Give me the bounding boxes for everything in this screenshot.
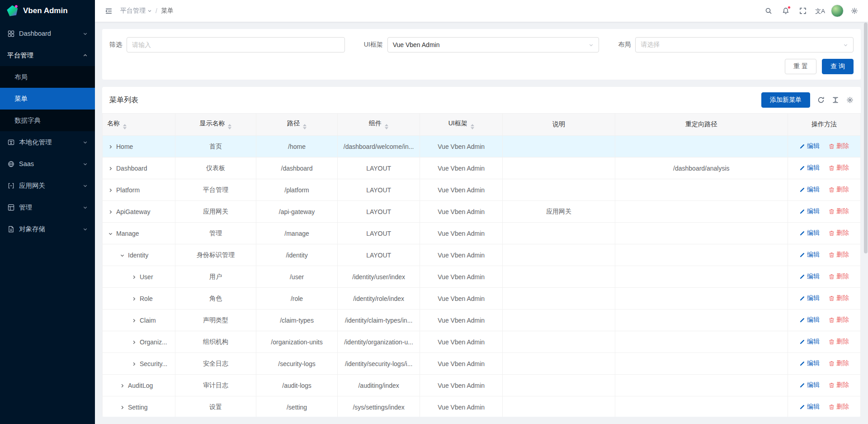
edit-button[interactable]: 编辑 <box>799 272 820 281</box>
chevron-down-icon <box>83 31 88 36</box>
table-row[interactable]: Manage 管理 /manage LAYOUT Vue Vben Admin … <box>103 223 861 244</box>
edit-button[interactable]: 编辑 <box>799 316 820 324</box>
column-header[interactable]: 组件 <box>338 114 420 136</box>
expand-chevron-icon[interactable] <box>132 340 137 345</box>
vertical-scrollbar[interactable] <box>864 23 868 423</box>
sidebar-item-gateway[interactable]: 应用网关 <box>0 175 95 196</box>
delete-button[interactable]: 删除 <box>829 359 849 367</box>
menu-fold-icon[interactable] <box>101 4 116 18</box>
reset-button[interactable]: 重 置 <box>785 59 816 74</box>
trash-icon <box>829 209 835 214</box>
sidebar-subitem-0[interactable]: 布局 <box>0 66 95 88</box>
delete-button[interactable]: 删除 <box>829 381 849 389</box>
layout-select[interactable]: 请选择 <box>635 37 854 52</box>
expand-chevron-icon[interactable] <box>120 383 125 388</box>
column-header[interactable]: 路径 <box>256 114 338 136</box>
column-header[interactable]: UI框架 <box>420 114 503 136</box>
sidebar-subitem-2[interactable]: 数据字典 <box>0 110 95 131</box>
delete-button[interactable]: 删除 <box>829 142 849 150</box>
edit-button[interactable]: 编辑 <box>799 207 820 215</box>
delete-button[interactable]: 删除 <box>829 186 849 194</box>
column-header[interactable]: 名称 <box>103 114 175 136</box>
expand-chevron-icon[interactable] <box>132 296 137 301</box>
table-row[interactable]: Setting 设置 /setting /sys/settings/index … <box>103 396 861 417</box>
table-row[interactable]: Identity 身份标识管理 /identity LAYOUT Vue Vbe… <box>103 244 861 266</box>
delete-button[interactable]: 删除 <box>829 294 849 302</box>
delete-button[interactable]: 删除 <box>829 164 849 172</box>
edit-button[interactable]: 编辑 <box>799 403 820 411</box>
column-settings-icon[interactable] <box>846 96 854 104</box>
sidebar-item-saas[interactable]: Saas <box>0 153 95 175</box>
table-row[interactable]: Dashboard 仪表板 /dashboard LAYOUT Vue Vben… <box>103 157 861 179</box>
breadcrumb-item-platform[interactable]: 平台管理 <box>120 7 152 15</box>
expand-chevron-icon[interactable] <box>132 318 137 323</box>
edit-button[interactable]: 编辑 <box>799 359 820 367</box>
table-row[interactable]: Claim 声明类型 /claim-types /identity/claim-… <box>103 310 861 331</box>
edit-button[interactable]: 编辑 <box>799 338 820 346</box>
refresh-icon[interactable] <box>817 96 825 104</box>
sidebar-subitem-1[interactable]: 菜单 <box>0 88 95 110</box>
add-menu-button[interactable]: 添加新菜单 <box>761 92 810 108</box>
expand-chevron-icon[interactable] <box>108 188 113 193</box>
table-row[interactable]: Organiz... 组织机构 /organization-units /ide… <box>103 331 861 353</box>
edit-button[interactable]: 编辑 <box>799 142 820 150</box>
column-header[interactable]: 显示名称 <box>175 114 256 136</box>
name-cell: Home <box>103 136 175 157</box>
path-cell: /security-logs <box>256 353 338 375</box>
sort-icon[interactable] <box>123 124 127 129</box>
edit-button[interactable]: 编辑 <box>799 186 820 194</box>
delete-button[interactable]: 删除 <box>829 229 849 237</box>
sidebar-item-dashboard[interactable]: Dashboard <box>0 23 95 44</box>
sidebar-item-storage[interactable]: 对象存储 <box>0 218 95 240</box>
delete-button[interactable]: 删除 <box>829 272 849 281</box>
expand-chevron-icon[interactable] <box>132 362 137 367</box>
expand-chevron-icon[interactable] <box>108 231 113 236</box>
delete-button[interactable]: 删除 <box>829 251 849 259</box>
table-row[interactable]: Role 角色 /role /identity/role/index Vue V… <box>103 288 861 310</box>
expand-chevron-icon[interactable] <box>108 144 113 149</box>
table-row[interactable]: Security... 安全日志 /security-logs /identit… <box>103 353 861 375</box>
table-row[interactable]: Home 首页 /home /dashboard/welcome/in... V… <box>103 136 861 157</box>
delete-button[interactable]: 删除 <box>829 316 849 324</box>
sort-icon[interactable] <box>303 124 307 129</box>
expand-chevron-icon[interactable] <box>120 253 125 258</box>
expand-chevron-icon[interactable] <box>108 210 113 214</box>
sidebar-item-platform[interactable]: 平台管理 <box>0 44 95 66</box>
edit-button[interactable]: 编辑 <box>799 381 820 389</box>
edit-button[interactable]: 编辑 <box>799 251 820 259</box>
filter-input[interactable] <box>127 37 345 52</box>
fullscreen-icon[interactable] <box>796 4 810 18</box>
row-height-icon[interactable] <box>832 96 839 104</box>
top-header: 平台管理 / 菜单 文A <box>95 0 868 22</box>
sort-icon[interactable] <box>228 124 231 129</box>
avatar[interactable] <box>830 4 844 18</box>
translate-icon[interactable]: 文A <box>813 4 827 18</box>
query-button[interactable]: 查 询 <box>822 59 854 74</box>
expand-chevron-icon[interactable] <box>108 166 113 171</box>
expand-chevron-icon[interactable] <box>132 275 137 280</box>
table-row[interactable]: ApiGateway 应用网关 /api-gateway LAYOUT Vue … <box>103 201 861 223</box>
expand-chevron-icon[interactable] <box>120 405 125 410</box>
ui-framework-select[interactable]: Vue Vben Admin <box>387 37 599 52</box>
sort-icon[interactable] <box>471 124 474 129</box>
table-row[interactable]: Platform 平台管理 /platform LAYOUT Vue Vben … <box>103 179 861 201</box>
settings-gear-icon[interactable] <box>847 4 862 18</box>
sidebar-item-localization[interactable]: 本地化管理 <box>0 131 95 153</box>
sidebar-item-manage[interactable]: 管理 <box>0 196 95 218</box>
delete-button[interactable]: 删除 <box>829 403 849 411</box>
edit-button[interactable]: 编辑 <box>799 294 820 302</box>
table-row[interactable]: AuditLog 审计日志 /audit-logs /auditing/inde… <box>103 375 861 396</box>
description-cell <box>503 136 615 157</box>
scrollbar-thumb[interactable] <box>864 23 868 253</box>
edit-button[interactable]: 编辑 <box>799 229 820 237</box>
delete-button[interactable]: 删除 <box>829 338 849 346</box>
edit-button[interactable]: 编辑 <box>799 164 820 172</box>
notification-icon[interactable] <box>778 4 793 18</box>
table-row[interactable]: User 用户 /user /identity/user/index Vue V… <box>103 266 861 288</box>
app-logo[interactable]: Vben Admin <box>0 0 95 22</box>
delete-button[interactable]: 删除 <box>829 207 849 215</box>
pencil-icon <box>799 165 805 171</box>
chevron-down-icon <box>843 43 848 48</box>
search-icon[interactable] <box>761 4 776 18</box>
sort-icon[interactable] <box>385 124 388 129</box>
